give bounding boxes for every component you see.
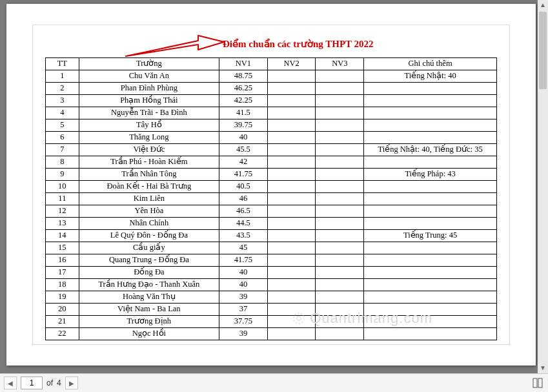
next-page-button[interactable]: ▶ xyxy=(65,377,78,389)
cell-school: Lê Quý Đôn - Đống Đa xyxy=(79,230,219,242)
cell-nv2 xyxy=(267,291,316,304)
cell-note xyxy=(364,156,497,169)
cell-note: Tiếng Pháp: 43 xyxy=(364,169,497,181)
cell-nv3 xyxy=(316,328,364,340)
table-row: 3Phạm Hồng Thái42.25 xyxy=(46,95,497,107)
cell-note xyxy=(364,83,497,95)
pdf-viewer: Điểm chuẩn các trường THPT 2022 TT Trườn… xyxy=(0,0,548,392)
cell-note xyxy=(364,328,497,340)
cell-nv1: 41.75 xyxy=(219,254,268,267)
cell-nv1: 45 xyxy=(219,242,268,254)
cell-school: Yên Hòa xyxy=(79,205,219,218)
table-row: 1Chu Văn An48.75Tiếng Nhật: 40 xyxy=(46,70,497,83)
table-row: 12Yên Hòa46.5 xyxy=(46,205,497,218)
col-nv2: NV2 xyxy=(267,58,316,70)
cell-tt: 22 xyxy=(46,328,79,340)
cell-nv3 xyxy=(316,95,364,107)
cell-nv2 xyxy=(267,181,316,193)
cell-tt: 2 xyxy=(46,83,79,95)
scroll-up-icon[interactable]: ▲ xyxy=(538,0,548,10)
cell-school: Trương Định xyxy=(79,316,219,328)
page-content: Điểm chuẩn các trường THPT 2022 TT Trườn… xyxy=(32,25,510,345)
vertical-scrollbar[interactable]: ▲ ▼ xyxy=(538,0,548,373)
cell-nv1: 39.75 xyxy=(219,119,268,132)
cell-note xyxy=(364,242,497,254)
table-row: 9Trần Nhân Tông41.75Tiếng Pháp: 43 xyxy=(46,169,497,181)
table-row: 21Trương Định37.75 xyxy=(46,316,497,328)
cell-school: Phan Đình Phùng xyxy=(79,83,219,95)
table-row: 13Nhân Chính44.5 xyxy=(46,218,497,230)
cell-nv3 xyxy=(316,83,364,95)
cell-note xyxy=(364,205,497,218)
cell-nv2 xyxy=(267,144,316,156)
cell-school: Đoàn Kết - Hai Bà Trưng xyxy=(79,181,219,193)
col-tt: TT xyxy=(46,58,79,70)
cell-nv3 xyxy=(316,218,364,230)
cell-nv1: 41.75 xyxy=(219,169,268,181)
cell-nv3 xyxy=(316,132,364,144)
cell-school: Việt Đức xyxy=(79,144,219,156)
cell-nv2 xyxy=(267,119,316,132)
cell-nv1: 48.75 xyxy=(219,70,268,83)
col-nv3: NV3 xyxy=(316,58,364,70)
cell-tt: 15 xyxy=(46,242,79,254)
cell-tt: 1 xyxy=(46,70,79,83)
table-row: 20Việt Nam - Ba Lan37 xyxy=(46,304,497,316)
cell-tt: 12 xyxy=(46,205,79,218)
cell-nv3 xyxy=(316,156,364,169)
page-number-input[interactable] xyxy=(21,377,43,389)
cell-nv2 xyxy=(267,230,316,242)
col-note: Ghi chú thêm xyxy=(364,58,497,70)
cell-nv1: 37.75 xyxy=(219,316,268,328)
cell-nv2 xyxy=(267,132,316,144)
cell-nv1: 40 xyxy=(219,279,268,291)
chevron-left-icon: ◀ xyxy=(8,380,13,387)
cell-nv2 xyxy=(267,242,316,254)
cell-nv1: 37 xyxy=(219,304,268,316)
scroll-down-icon[interactable]: ▼ xyxy=(538,363,548,373)
table-row: 19Hoàng Văn Thụ39 xyxy=(46,291,497,304)
cell-note xyxy=(364,181,497,193)
cell-nv1: 40 xyxy=(219,267,268,279)
cell-nv2 xyxy=(267,169,316,181)
cell-nv3 xyxy=(316,291,364,304)
cell-tt: 3 xyxy=(46,95,79,107)
cell-nv2 xyxy=(267,107,316,119)
view-mode-button[interactable] xyxy=(531,377,544,389)
table-row: 2Phan Đình Phùng46.25 xyxy=(46,83,497,95)
cell-tt: 19 xyxy=(46,291,79,304)
cell-nv2 xyxy=(267,83,316,95)
cell-tt: 14 xyxy=(46,230,79,242)
cell-note xyxy=(364,193,497,205)
cell-nv2 xyxy=(267,254,316,267)
cell-nv3 xyxy=(316,107,364,119)
table-row: 15Cầu giấy45 xyxy=(46,242,497,254)
page-layout-icon xyxy=(533,378,543,388)
cell-nv1: 46.5 xyxy=(219,205,268,218)
table-row: 18Trần Hưng Đạo - Thanh Xuân40 xyxy=(46,279,497,291)
table-header-row: TT Trường NV1 NV2 NV3 Ghi chú thêm xyxy=(46,58,497,70)
cell-nv3 xyxy=(316,119,364,132)
prev-page-button[interactable]: ◀ xyxy=(4,377,17,389)
cell-note xyxy=(364,254,497,267)
cell-nv2 xyxy=(267,218,316,230)
cell-tt: 8 xyxy=(46,156,79,169)
cell-nv3 xyxy=(316,70,364,83)
scroll-thumb[interactable] xyxy=(539,12,547,89)
cell-note xyxy=(364,279,497,291)
pager-toolbar: ◀ of 4 ▶ xyxy=(0,373,548,392)
cell-note xyxy=(364,316,497,328)
cell-tt: 9 xyxy=(46,169,79,181)
cell-school: Hoàng Văn Thụ xyxy=(79,291,219,304)
cell-school: Kim Liên xyxy=(79,193,219,205)
cell-nv1: 43.5 xyxy=(219,230,268,242)
page-scroll-area[interactable]: Điểm chuẩn các trường THPT 2022 TT Trườn… xyxy=(0,0,548,373)
cell-nv3 xyxy=(316,279,364,291)
cell-note xyxy=(364,267,497,279)
cell-nv2 xyxy=(267,205,316,218)
cell-tt: 4 xyxy=(46,107,79,119)
table-row: 16Quang Trung - Đống Đa41.75 xyxy=(46,254,497,267)
cell-nv1: 39 xyxy=(219,291,268,304)
cell-nv3 xyxy=(316,242,364,254)
cell-nv2 xyxy=(267,328,316,340)
